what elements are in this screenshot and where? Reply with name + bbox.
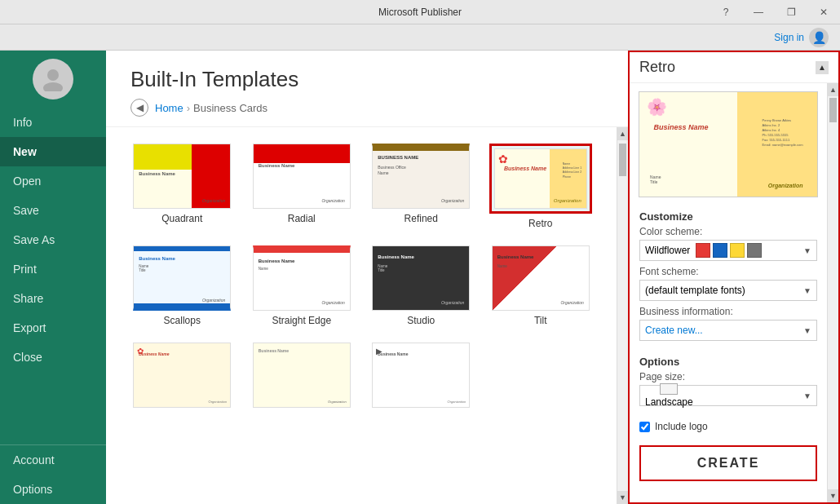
scroll-thumb[interactable] <box>619 144 626 176</box>
template-radial-thumb: Business Name Organization <box>253 144 351 209</box>
page-size-dropdown[interactable]: Landscape ▼ <box>639 385 817 406</box>
svg-point-1 <box>43 82 63 91</box>
template-row3-3[interactable]: ▶ Business Name Organization <box>369 343 473 412</box>
template-refined-thumb: BUSINESS NAME Business OfficeName Organi… <box>372 144 470 209</box>
preview-flower-icon: 🌸 <box>647 97 667 117</box>
preview-contact: Penny Brown Atkins Atkins Inc. 2 Atkins … <box>762 118 802 148</box>
template-studio[interactable]: Business Name NameTitle Organization Stu… <box>369 245 473 326</box>
maximize-button[interactable]: ❐ <box>775 0 807 24</box>
sidebar-item-share[interactable]: Share <box>0 284 106 313</box>
template-scallops-label: Scallops <box>164 315 201 326</box>
template-straight-edge[interactable]: Business Name Name Organization Straight… <box>250 245 354 326</box>
template-tilt-thumb: Business Name Name Organization <box>492 245 590 311</box>
scroll-up-button[interactable]: ▲ <box>617 127 628 140</box>
sidebar-item-open[interactable]: Open <box>0 166 106 196</box>
close-button[interactable]: ✕ <box>807 0 840 24</box>
landscape-icon <box>660 383 678 395</box>
breadcrumb-back-button[interactable]: ◀ <box>130 99 148 117</box>
swatch-yellow <box>730 243 745 258</box>
template-retro[interactable]: ✿ Business Name NameAddress Line 1Addres… <box>489 144 593 229</box>
template-refined[interactable]: BUSINESS NAME Business OfficeName Organi… <box>369 144 473 229</box>
template-row3-3-thumb: ▶ Business Name Organization <box>372 343 470 408</box>
swatch-blue <box>713 243 727 258</box>
swatch-gray <box>747 243 762 258</box>
template-radial-label: Radial <box>288 213 316 224</box>
panel-scroll-up-btn[interactable]: ▲ <box>828 83 838 96</box>
breadcrumb-home[interactable]: Home <box>155 102 183 114</box>
font-scheme-arrow: ▼ <box>803 286 811 295</box>
page-title: Built-In Templates <box>130 67 603 92</box>
template-scallops[interactable]: Business Name NameTitle Organization Sca… <box>130 245 234 326</box>
color-scheme-arrow: ▼ <box>803 246 811 255</box>
color-scheme-dropdown[interactable]: Wildflower ▼ <box>639 240 817 261</box>
template-straight-thumb: Business Name Name Organization <box>253 245 351 311</box>
template-retro-frame: ✿ Business Name NameAddress Line 1Addres… <box>489 144 592 214</box>
customize-title: Customize <box>639 210 817 223</box>
page-size-label: Page size: <box>639 371 817 382</box>
svg-point-0 <box>47 69 59 81</box>
sidebar-item-export[interactable]: Export <box>0 313 106 343</box>
template-quadrant-thumb: Business Name Organization <box>133 144 231 209</box>
business-info-dropdown[interactable]: Create new... ▼ <box>639 320 817 341</box>
templates-grid: Business Name Organization Quadrant Busi… <box>130 144 592 412</box>
help-button[interactable]: ? <box>710 0 742 24</box>
font-scheme-label: Font scheme: <box>639 266 817 277</box>
template-radial[interactable]: Business Name Organization Radial <box>250 144 354 229</box>
breadcrumb: ◀ Home › Business Cards <box>130 99 603 117</box>
sidebar-item-close[interactable]: Close <box>0 343 106 372</box>
template-studio-thumb: Business Name NameTitle Organization <box>372 245 470 311</box>
include-logo-section: Include logo <box>630 416 827 445</box>
sidebar-item-save[interactable]: Save <box>0 196 106 225</box>
panel-scroll-down-btn[interactable]: ▼ <box>828 489 838 502</box>
panel-title: Retro <box>639 59 675 76</box>
window-controls: ? — ❐ ✕ <box>710 0 840 24</box>
panel-scroll-thumb[interactable] <box>829 98 837 122</box>
title-bar: Microsoft Publisher ? — ❐ ✕ <box>0 0 840 24</box>
signin-bar[interactable]: Sign in 👤 <box>0 24 840 51</box>
sidebar: Info New Open Save Save As Print Share E… <box>0 51 106 504</box>
breadcrumb-current: Business Cards <box>193 102 267 114</box>
templates-wrapper: Business Name Organization Quadrant Busi… <box>106 127 628 504</box>
signin-label: Sign in <box>774 32 804 43</box>
include-logo-checkbox[interactable] <box>639 422 650 432</box>
sidebar-item-print[interactable]: Print <box>0 254 106 284</box>
panel-scrollbar[interactable]: ▲ ▼ <box>827 83 838 502</box>
template-studio-label: Studio <box>407 315 435 326</box>
page-size-icon-group: Landscape <box>645 383 693 408</box>
template-tilt[interactable]: Business Name Name Organization Tilt <box>489 245 593 326</box>
sidebar-item-options[interactable]: Options <box>0 475 106 504</box>
create-button[interactable]: CREATE <box>639 445 817 481</box>
template-row3-2-thumb: Business Name Organization <box>253 343 351 408</box>
business-info-value: Create new... <box>645 325 703 336</box>
preview-organization: Organization <box>768 183 803 188</box>
template-quadrant[interactable]: Business Name Organization Quadrant <box>130 144 234 229</box>
scroll-down-button[interactable]: ▼ <box>617 491 628 504</box>
sidebar-item-save-as[interactable]: Save As <box>0 225 106 254</box>
right-panel: Retro ▲ 🌸 Business Name Penny Brown Atki… <box>628 51 840 504</box>
templates-scrollbar[interactable]: ▲ ▼ <box>617 127 628 504</box>
sidebar-item-info[interactable]: Info <box>0 108 106 137</box>
sidebar-item-account[interactable]: Account <box>0 445 106 475</box>
create-section: CREATE <box>630 445 827 491</box>
panel-scroll-up[interactable]: ▲ <box>816 61 829 74</box>
business-info-arrow: ▼ <box>803 326 811 335</box>
sidebar-item-new[interactable]: New <box>0 137 106 166</box>
template-retro-thumb: ✿ Business Name NameAddress Line 1Addres… <box>494 148 587 209</box>
template-row3-1[interactable]: ✿ Business Name Organization <box>130 343 234 412</box>
content-area: Built-In Templates ◀ Home › Business Car… <box>106 51 628 504</box>
sidebar-bottom: Account Options <box>0 444 106 504</box>
user-icon: 👤 <box>809 28 829 47</box>
options-title: Options <box>639 356 817 368</box>
page-size-arrow: ▼ <box>803 391 811 400</box>
app-body: Info New Open Save Save As Print Share E… <box>0 51 840 504</box>
retro-preview-card: 🌸 Business Name Penny Brown Atkins Atkin… <box>639 92 817 197</box>
templates-scroll: Business Name Organization Quadrant Busi… <box>106 127 617 504</box>
template-retro-label: Retro <box>528 218 552 229</box>
template-row3-1-thumb: ✿ Business Name Organization <box>133 343 231 408</box>
template-row3-2[interactable]: Business Name Organization <box>250 343 354 412</box>
avatar <box>33 59 73 99</box>
minimize-button[interactable]: — <box>742 0 775 24</box>
font-scheme-dropdown[interactable]: (default template fonts) ▼ <box>639 280 817 301</box>
panel-with-scroll: 🌸 Business Name Penny Brown Atkins Atkin… <box>630 83 838 502</box>
swatch-red <box>696 243 710 258</box>
